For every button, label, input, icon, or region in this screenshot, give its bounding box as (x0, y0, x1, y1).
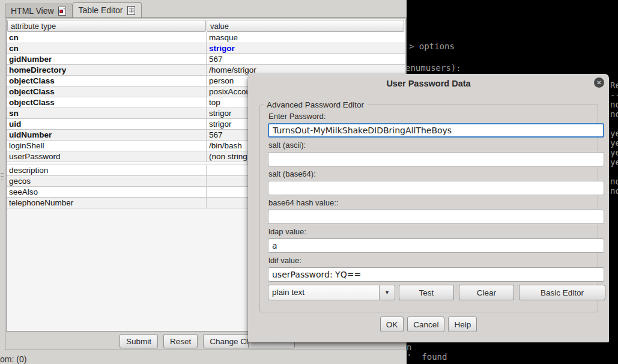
footer-button[interactable]: Reset (163, 334, 198, 348)
field-label: base64 hash value:: (268, 198, 605, 208)
column-header-attribute-type[interactable]: attribute type (7, 20, 206, 32)
dialog-button[interactable]: OK (380, 317, 404, 332)
groupbox-title: Advanced Password Editor (264, 100, 367, 109)
dialog-content: Enter Password: salt (ascii): salt (base… (268, 112, 605, 300)
hash-action-button[interactable]: Clear (459, 285, 514, 300)
splitter-grip-icon (1, 173, 4, 180)
value-cell[interactable]: masque (206, 32, 405, 43)
attribute-cell[interactable]: cn (7, 32, 206, 43)
hash-action-buttons: Test Clear Basic Editor (395, 285, 605, 300)
value-cell[interactable]: 567 (206, 54, 405, 64)
field-input[interactable] (268, 181, 604, 195)
terminal-line-enumusers: enumusers): (405, 63, 461, 73)
form-field: base64 hash value:: (268, 198, 605, 224)
form-field: ldap value: (268, 227, 605, 253)
terminal-line-options: > options (409, 41, 455, 51)
document-html-icon (58, 7, 67, 16)
attribute-cell[interactable]: objectClass (7, 86, 206, 97)
dialog-title: User Password Data (248, 74, 609, 88)
tab-html-view-label: HTML View (11, 6, 54, 16)
value-cell[interactable]: strigor (206, 43, 405, 53)
field-input[interactable] (268, 267, 604, 282)
column-header-value[interactable]: value (207, 20, 404, 32)
form-field: ldif value: (268, 256, 605, 282)
attribute-cell[interactable]: gecos (7, 176, 206, 186)
field-input[interactable] (268, 123, 604, 138)
status-bar-text: om: (0) (0, 354, 26, 364)
field-input[interactable] (268, 210, 604, 224)
terminal-bottom-lines: n ' found (407, 342, 447, 362)
attribute-cell[interactable]: seeAlso (7, 187, 206, 197)
terminal-right-fragments: Re -- no no ye ye ye ye no no (610, 80, 618, 196)
attribute-cell[interactable]: gidNumber (7, 54, 206, 64)
field-label: ldap value: (268, 227, 605, 237)
chevron-down-icon[interactable]: ▼ (380, 285, 395, 300)
attribute-cell[interactable]: userPassword (7, 151, 206, 162)
hash-type-row: plain text ▼ Test Clear Basic Editor (268, 285, 605, 300)
form-field: salt (ascii): (268, 141, 605, 166)
field-label: salt (ascii): (268, 141, 605, 150)
hash-type-select[interactable]: plain text (268, 285, 380, 300)
field-label: salt (base64): (268, 169, 605, 179)
table-header: attribute type value (7, 19, 405, 32)
document-table-icon (127, 6, 136, 15)
dialog-button[interactable]: Cancel (407, 317, 444, 332)
table-row[interactable]: cn masque (7, 32, 405, 43)
attribute-cell[interactable]: telephoneNumber (7, 198, 206, 208)
table-row[interactable]: gidNumber 567 (7, 54, 405, 65)
tab-table-editor[interactable]: Table Editor (73, 2, 142, 17)
dialog-button-row: OK Cancel Help (248, 317, 609, 332)
field-label: Enter Password: (268, 112, 605, 121)
tab-table-editor-label: Table Editor (79, 5, 123, 15)
password-fields: Enter Password: salt (ascii): salt (base… (268, 112, 605, 282)
dialog-button[interactable]: Help (448, 317, 477, 332)
table-row[interactable]: cn strigor (7, 43, 405, 54)
footer-button-row: Submit Reset Change Class (120, 334, 267, 348)
form-field: Enter Password: (268, 112, 605, 138)
attribute-cell[interactable]: homeDirectory (7, 65, 206, 75)
attribute-cell[interactable]: loginShell (7, 141, 206, 151)
footer-button[interactable]: Submit (120, 334, 158, 348)
tab-html-view[interactable]: HTML View (5, 4, 73, 17)
attribute-cell[interactable]: uid (7, 119, 206, 129)
field-input[interactable] (268, 152, 604, 166)
attribute-cell[interactable]: sn (7, 108, 206, 118)
splitter-handle[interactable] (0, 0, 5, 350)
hash-action-button[interactable]: Test (399, 285, 454, 300)
field-input[interactable] (268, 238, 604, 253)
attribute-cell[interactable]: description (7, 165, 206, 175)
form-field: salt (base64): (268, 169, 605, 195)
attribute-cell[interactable]: uidNumber (7, 130, 206, 140)
attribute-cell[interactable]: objectClass (7, 97, 206, 108)
hash-action-button[interactable]: Basic Editor (519, 285, 605, 300)
close-icon[interactable]: ✕ (594, 77, 604, 88)
user-password-dialog: User Password Data ✕ Advanced Password E… (248, 74, 609, 342)
tab-bar: HTML View Table Editor (5, 2, 142, 17)
field-label: ldif value: (268, 256, 605, 265)
attribute-cell[interactable]: cn (7, 43, 206, 53)
attribute-cell[interactable]: objectClass (7, 76, 206, 86)
